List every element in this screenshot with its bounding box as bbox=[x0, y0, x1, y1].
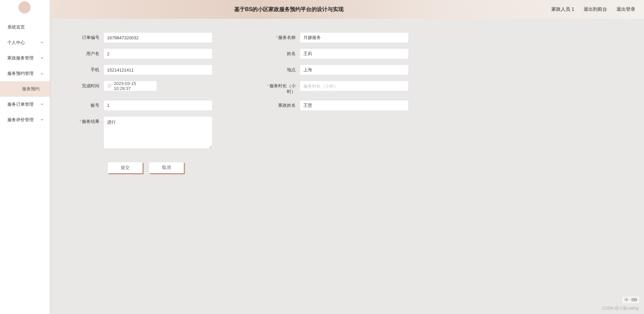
input-phone[interactable] bbox=[103, 64, 212, 75]
logout-link[interactable]: 退出登录 bbox=[616, 6, 635, 12]
field-service-name: *服务名称 bbox=[266, 32, 456, 43]
header-user[interactable]: 家政人员 1 bbox=[551, 6, 574, 12]
ime-lang: 中 bbox=[625, 297, 629, 303]
input-finish-time[interactable]: 2023-03-15 10:29:37 bbox=[103, 81, 157, 91]
label-phone: 手机 bbox=[70, 64, 103, 73]
avatar-wrap bbox=[0, 0, 50, 15]
chevron-down-icon bbox=[40, 56, 44, 60]
cancel-button[interactable]: 取消 bbox=[149, 162, 184, 173]
finish-time-value: 2023-03-15 10:29:37 bbox=[114, 81, 153, 91]
field-account: 账号 bbox=[70, 100, 259, 111]
sidebar-item-label: 服务评价管理 bbox=[7, 117, 34, 123]
ime-icon: ⌨ bbox=[631, 298, 637, 302]
chevron-down-icon bbox=[40, 103, 44, 106]
field-phone: 手机 bbox=[70, 64, 259, 75]
sidebar-item-review-mgmt[interactable]: 服务评价管理 bbox=[0, 112, 50, 128]
submit-button[interactable]: 提交 bbox=[107, 162, 143, 173]
input-fullname[interactable] bbox=[300, 48, 409, 59]
avatar[interactable] bbox=[18, 1, 31, 13]
footer-watermark: CSDN @小菜coding bbox=[602, 306, 639, 311]
sidebar-item-label: 家政服务管理 bbox=[7, 55, 34, 61]
ime-badge: 中 ⌨ bbox=[622, 296, 640, 304]
field-staff-name: 家政姓名 bbox=[266, 100, 456, 111]
sidebar-menu: 系统首页 个人中心 家政服务管理 服务预约管理 服务预约 服务订单管理 bbox=[0, 15, 50, 314]
sidebar-item-home[interactable]: 系统首页 bbox=[0, 19, 50, 35]
input-service-name[interactable] bbox=[300, 32, 409, 43]
field-result: *服务结果 bbox=[70, 116, 259, 150]
input-location[interactable] bbox=[300, 64, 409, 75]
input-username[interactable] bbox=[103, 48, 212, 59]
field-order-no: 订单编号 bbox=[70, 32, 259, 43]
label-order-no: 订单编号 bbox=[70, 32, 103, 41]
sidebar-item-personal[interactable]: 个人中心 bbox=[0, 35, 50, 50]
label-username: 用户名 bbox=[70, 48, 103, 57]
sidebar: 系统首页 个人中心 家政服务管理 服务预约管理 服务预约 服务订单管理 bbox=[0, 0, 50, 314]
label-fullname: 姓名 bbox=[266, 48, 300, 57]
input-duration[interactable] bbox=[300, 81, 409, 91]
chevron-down-icon bbox=[40, 118, 44, 122]
header: 基于BS的小区家政服务预约平台的设计与实现 家政人员 1 退出到前台 退出登录 bbox=[50, 0, 644, 19]
chevron-up-icon bbox=[40, 72, 44, 75]
field-username: 用户名 bbox=[70, 48, 259, 59]
label-service-name: *服务名称 bbox=[266, 32, 300, 41]
exit-front-link[interactable]: 退出到前台 bbox=[584, 6, 607, 12]
sidebar-item-label: 服务订单管理 bbox=[7, 101, 34, 107]
sidebar-subitem-label: 服务预约 bbox=[22, 86, 40, 92]
input-staff-name[interactable] bbox=[300, 100, 409, 111]
input-order-no[interactable] bbox=[103, 32, 212, 43]
label-staff-name: 家政姓名 bbox=[266, 100, 300, 108]
label-result: *服务结果 bbox=[70, 116, 103, 125]
field-finish-time: 完成时间 2023-03-15 10:29:37 bbox=[70, 81, 259, 95]
sidebar-item-label: 个人中心 bbox=[7, 40, 25, 46]
content: 订单编号 *服务名称 用户名 姓名 手机 bbox=[50, 19, 644, 173]
sidebar-item-order-mgmt[interactable]: 服务订单管理 bbox=[0, 97, 50, 112]
label-location: 地点 bbox=[266, 64, 300, 73]
field-location: 地点 bbox=[266, 64, 456, 75]
sidebar-item-housekeeping[interactable]: 家政服务管理 bbox=[0, 50, 50, 66]
field-fullname: 姓名 bbox=[266, 48, 456, 59]
sidebar-subitem-reservation[interactable]: 服务预约 bbox=[0, 81, 50, 97]
label-finish-time: 完成时间 bbox=[70, 81, 103, 89]
button-row: 提交 取消 bbox=[107, 162, 456, 173]
reservation-form: 订单编号 *服务名称 用户名 姓名 手机 bbox=[70, 32, 456, 173]
sidebar-item-label: 服务预约管理 bbox=[7, 71, 34, 77]
chevron-down-icon bbox=[40, 41, 44, 44]
clock-icon bbox=[107, 83, 112, 89]
sidebar-item-reservation-mgmt[interactable]: 服务预约管理 bbox=[0, 66, 50, 81]
page-title: 基于BS的小区家政服务预约平台的设计与实现 bbox=[234, 6, 344, 13]
label-account: 账号 bbox=[70, 100, 103, 108]
main: 基于BS的小区家政服务预约平台的设计与实现 家政人员 1 退出到前台 退出登录 … bbox=[50, 0, 644, 314]
sidebar-item-label: 系统首页 bbox=[7, 24, 25, 30]
input-account[interactable] bbox=[103, 100, 212, 111]
label-duration: *服务时长（小时） bbox=[266, 81, 300, 95]
textarea-result[interactable] bbox=[103, 116, 212, 149]
field-duration: *服务时长（小时） bbox=[266, 81, 456, 95]
